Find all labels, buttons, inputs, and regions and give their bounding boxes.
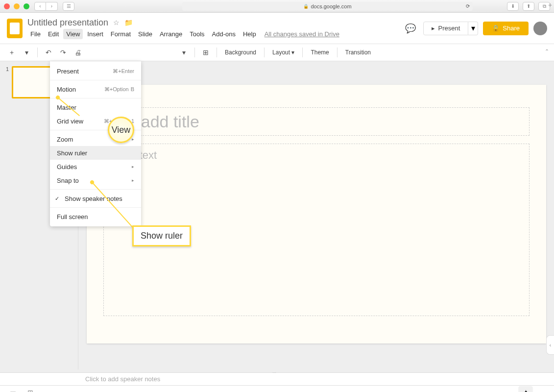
slide-number: 1 xyxy=(6,66,9,98)
callout-show-ruler-annotation: Show ruler xyxy=(132,225,191,246)
header-right: 💬 ▸ Present ▾ 🔒 Share xyxy=(403,21,547,36)
separator xyxy=(37,48,38,57)
transition-button[interactable]: Transition xyxy=(342,49,374,56)
url-bar[interactable]: 🔒 docs.google.com ⟳ xyxy=(182,2,473,11)
dropdown-motion[interactable]: Motion ⌘+Option B xyxy=(50,82,141,96)
star-icon[interactable]: ☆ xyxy=(113,19,120,26)
menu-arrange[interactable]: Arrange xyxy=(157,29,185,39)
new-slide-button[interactable]: + xyxy=(6,47,18,58)
speaker-notes-area[interactable]: Click to add speaker notes xyxy=(0,372,554,385)
sidebar-toggle-button[interactable]: ☰ xyxy=(63,2,74,11)
doc-title-row: Untitled presentation ☆ 📁 xyxy=(27,18,339,28)
titlebar-right: ⬇ ⬆ ⧉ xyxy=(507,2,550,11)
new-slide-dropdown[interactable]: ▾ xyxy=(21,47,32,58)
present-label: Present xyxy=(438,24,460,32)
browser-titlebar: ‹ › ☰ 🔒 docs.google.com ⟳ ⬇ ⬆ ⧉ + xyxy=(0,0,554,13)
doc-info: Untitled presentation ☆ 📁 File Edit View… xyxy=(27,18,339,39)
submenu-arrow-icon: ▸ xyxy=(132,164,134,169)
separator xyxy=(337,48,337,57)
menu-bar: File Edit View Insert Format Slide Arran… xyxy=(27,29,339,39)
separator xyxy=(194,48,195,57)
share-safari-button[interactable]: ⬆ xyxy=(523,2,534,11)
close-window-button[interactable] xyxy=(4,3,10,9)
grip-icon: ⋯ xyxy=(272,370,282,371)
dropdown-guides[interactable]: Guides ▸ xyxy=(50,160,141,173)
present-dropdown-button[interactable]: ▾ xyxy=(468,22,478,35)
menu-edit[interactable]: Edit xyxy=(45,29,62,39)
hide-menus-button[interactable]: ˆ xyxy=(546,49,548,56)
new-tab-button[interactable]: + xyxy=(546,1,554,9)
menu-help[interactable]: Help xyxy=(240,29,259,39)
view-dropdown-menu: Present ⌘+Enter Motion ⌘+Option B Master… xyxy=(50,61,141,226)
grid-view-tab[interactable]: ⊞ xyxy=(22,386,39,392)
menu-file[interactable]: File xyxy=(27,29,44,39)
notes-divider[interactable]: ⋯ xyxy=(0,369,554,372)
back-button[interactable]: ‹ xyxy=(34,2,46,11)
check-icon: ✓ xyxy=(55,196,59,202)
textbox-button[interactable]: ⊞ xyxy=(200,47,212,58)
layout-button[interactable]: Layout ▾ xyxy=(269,49,297,56)
title-placeholder[interactable]: k to add title xyxy=(103,107,530,136)
menu-insert[interactable]: Insert xyxy=(84,29,106,39)
submenu-arrow-icon: ▸ xyxy=(132,137,134,142)
submenu-arrow-icon: ▸ xyxy=(132,178,134,183)
dropdown-show-ruler[interactable]: Show ruler xyxy=(50,146,141,160)
explore-button[interactable]: ✦ xyxy=(519,386,532,392)
toolbar: + ▾ ↶ ↷ 🖨 ▾ ⊞ Background Layout ▾ Theme … xyxy=(0,44,554,61)
undo-button[interactable]: ↶ xyxy=(43,47,54,58)
maximize-window-button[interactable] xyxy=(24,3,29,9)
window-controls xyxy=(4,3,29,9)
activity-icon[interactable]: 💬 xyxy=(403,21,418,36)
present-button[interactable]: ▸ Present xyxy=(423,22,468,35)
app-header: Untitled presentation ☆ 📁 File Edit View… xyxy=(0,13,554,44)
slide-canvas[interactable]: k to add title o add text xyxy=(87,85,546,343)
menu-addons[interactable]: Add-ons xyxy=(209,29,239,39)
background-button[interactable]: Background xyxy=(222,49,259,56)
forward-button[interactable]: › xyxy=(46,2,58,11)
filmstrip-view-tab[interactable]: ▭ xyxy=(4,386,22,392)
doc-title[interactable]: Untitled presentation xyxy=(27,18,108,28)
lock-icon: 🔒 xyxy=(492,24,500,32)
menu-tools[interactable]: Tools xyxy=(187,29,207,39)
content-area: 1 k to add title o add text Present ⌘+En… xyxy=(0,61,554,369)
nav-arrows: ‹ › xyxy=(34,2,58,11)
menu-format[interactable]: Format xyxy=(108,29,134,39)
separator xyxy=(302,48,303,57)
separator xyxy=(217,48,217,57)
present-play-icon: ▸ xyxy=(432,24,435,32)
menu-view[interactable]: View xyxy=(63,29,83,39)
separator xyxy=(50,207,141,208)
arrow-dropdown[interactable]: ▾ xyxy=(178,47,190,58)
move-icon[interactable]: 📁 xyxy=(124,19,133,26)
dropdown-show-speaker-notes[interactable]: ✓ Show speaker notes xyxy=(50,192,141,205)
minimize-window-button[interactable] xyxy=(14,3,20,9)
canvas-area: k to add title o add text xyxy=(78,61,554,369)
bottom-bar: ▭ ⊞ ✦ xyxy=(0,385,554,392)
print-button[interactable]: 🖨 xyxy=(72,47,84,58)
save-status[interactable]: All changes saved in Drive xyxy=(265,30,339,38)
download-button[interactable]: ⬇ xyxy=(507,2,519,11)
separator xyxy=(50,80,141,80)
share-label: Share xyxy=(503,24,520,32)
redo-button[interactable]: ↷ xyxy=(57,47,69,58)
separator xyxy=(50,189,141,190)
dropdown-present[interactable]: Present ⌘+Enter xyxy=(50,64,141,78)
menu-slide[interactable]: Slide xyxy=(135,29,155,39)
share-button[interactable]: 🔒 Share xyxy=(483,22,529,35)
lock-icon: 🔒 xyxy=(303,4,309,9)
present-button-group: ▸ Present ▾ xyxy=(423,22,478,35)
user-avatar[interactable] xyxy=(533,22,547,35)
theme-button[interactable]: Theme xyxy=(308,49,332,56)
separator xyxy=(50,98,141,98)
callout-view-annotation: View xyxy=(108,117,134,143)
url-text: docs.google.com xyxy=(311,3,351,9)
side-panel-toggle[interactable]: ‹ xyxy=(546,335,554,355)
separator xyxy=(264,48,265,57)
slides-logo-icon[interactable] xyxy=(7,19,23,38)
refresh-icon[interactable]: ⟳ xyxy=(466,3,470,9)
